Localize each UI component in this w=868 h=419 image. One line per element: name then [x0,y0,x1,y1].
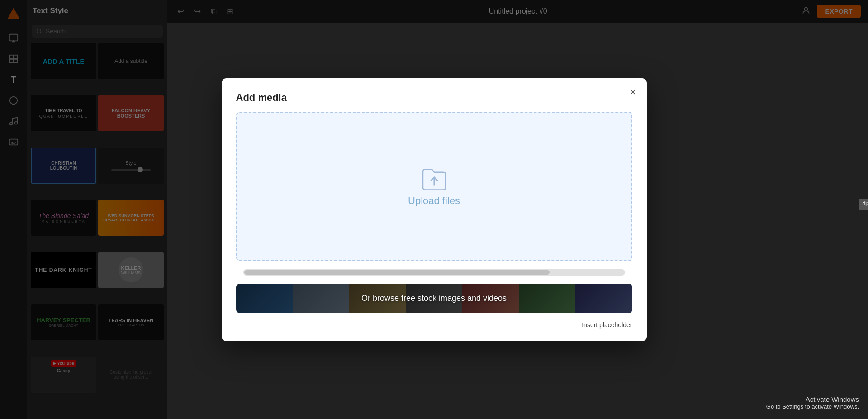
strip-img-1 [236,284,293,313]
modal-close-button[interactable]: × [630,87,636,97]
upload-folder-icon [421,166,448,189]
strip-img-2 [293,284,349,313]
strip-img-7 [575,284,632,313]
upload-area[interactable]: Upload files [236,112,632,261]
add-media-modal: Add media × Upload files [222,78,647,341]
strip-img-6 [519,284,575,313]
browse-strip-label: Or browse free stock images and videos [352,294,516,303]
modal-overlay[interactable]: Add media × Upload files [0,0,868,419]
modal-title: Add media [236,92,632,104]
scroll-track[interactable] [243,269,625,276]
help-tab-label: Help [863,201,868,207]
scroll-thumb [244,270,550,275]
help-tab[interactable]: Help [859,199,868,210]
upload-text: Upload files [408,195,460,207]
insert-placeholder-button[interactable]: Insert placeholder [582,321,632,329]
browse-strip[interactable]: Or browse free stock images and videos [236,284,632,313]
modal-footer: Insert placeholder [236,321,632,329]
